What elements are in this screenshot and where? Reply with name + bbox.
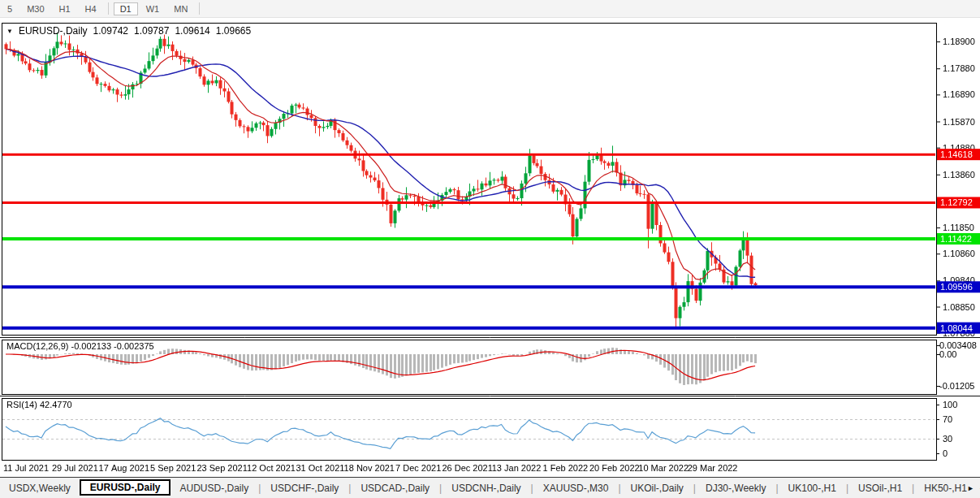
tab-dj30-weekly[interactable]: DJ30-,Weekly (697, 480, 775, 496)
chart-canvas[interactable] (0, 0, 980, 498)
timeframe-toolbar: 5M30H1H4D1W1MN (0, 0, 980, 18)
chart-open-value: 1.09742 (93, 25, 128, 37)
chart-close-value: 1.09665 (216, 25, 251, 37)
timeframe-button-h4[interactable]: H4 (79, 2, 103, 15)
collapse-chart-icon[interactable]: ▼ (6, 28, 13, 35)
timeframe-button-h1[interactable]: H1 (53, 2, 77, 15)
tab-audusd-daily[interactable]: AUDUSD-,Daily (171, 480, 257, 496)
timeframe-button-d1[interactable]: D1 (114, 2, 138, 15)
chart-high-value: 1.09787 (134, 25, 169, 37)
tab-usdx-weekly[interactable]: USDX,Weekly (0, 480, 80, 496)
tab-xauusd-m30[interactable]: XAUUSD-,M30 (534, 480, 618, 496)
tab-usdcnh-daily[interactable]: USDCNH-,Daily (443, 480, 529, 496)
tab-uk100-h1[interactable]: UK100-,H1 (779, 480, 845, 496)
tab-eurusd-daily[interactable]: EURUSD-,Daily (80, 479, 171, 496)
tab-usoil-h1[interactable]: USOil-,H1 (849, 480, 911, 496)
tab-usdcad-daily[interactable]: USDCAD-,Daily (352, 480, 438, 496)
chart-symbol-label: EURUSD-,Daily (19, 25, 88, 37)
toolbar-separator (199, 2, 200, 15)
tab-usdchf-daily[interactable]: USDCHF-,Daily (261, 480, 348, 496)
timeframe-button-5[interactable]: 5 (1, 2, 19, 15)
toolbar-separator (108, 2, 109, 15)
rsi-indicator-label: RSI(14) 42.4770 (6, 400, 72, 409)
tab-ukoil-daily[interactable]: UKOil-,Daily (622, 480, 693, 496)
chart-tab-bar: USDX,WeeklyEURUSD-,DailyAUDUSD-,Daily|US… (0, 477, 980, 498)
timeframe-button-w1[interactable]: W1 (140, 2, 166, 15)
macd-indicator-label: MACD(12,26,9) -0.002133 -0.002375 (6, 341, 154, 351)
trading-platform-window: 5M30H1H4D1W1MN ▼ EURUSD-,Daily 1.09742 1… (0, 0, 980, 498)
chart-title: ▼ EURUSD-,Daily 1.09742 1.09787 1.09614 … (6, 25, 251, 37)
chart-low-value: 1.09614 (175, 25, 209, 37)
timeframe-button-m30[interactable]: M30 (20, 2, 50, 15)
timeframe-button-mn[interactable]: MN (167, 2, 194, 15)
tab-scroll-right-icon[interactable]: ► (965, 484, 977, 492)
